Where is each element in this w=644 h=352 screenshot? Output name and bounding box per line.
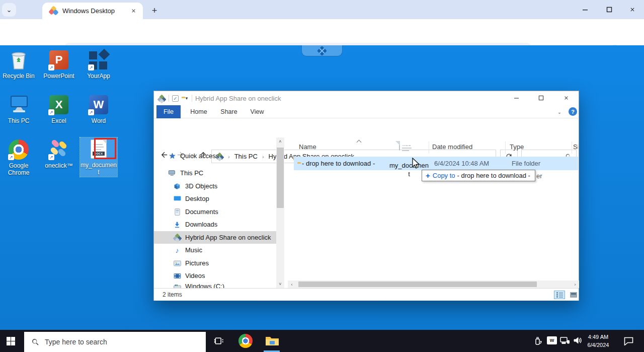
shortcut-arrow-icon: ↗ [48, 64, 54, 71]
qat-dropdown-icon[interactable]: ▼ [185, 96, 189, 101]
scroll-up-icon[interactable]: ˄ [276, 137, 284, 146]
file-date: 6/4/2024 10:48 AM [434, 160, 489, 167]
shortcut-arrow-icon: ↗ [48, 109, 54, 115]
browser-minimize-button[interactable] [574, 0, 597, 19]
scroll-down-icon[interactable]: ˅ [276, 280, 284, 288]
desktop-icon-label: Excel [51, 117, 66, 124]
properties-icon[interactable]: ✓ [172, 95, 179, 102]
help-button[interactable]: ? [569, 107, 577, 116]
desktop-icon-excel[interactable]: X ↗ Excel [40, 93, 77, 124]
browser-maximize-button[interactable] [598, 0, 621, 19]
tab-title: Windows Desktop [62, 7, 129, 15]
desktop-icon-word[interactable]: W ↗ Word [80, 93, 117, 124]
annotation-highlight-box [94, 138, 116, 159]
recycle-bin-icon [7, 48, 30, 72]
sidebar-item-hybrid-share[interactable]: Hybrid App Share on oneclick [154, 231, 276, 244]
sidebar-item-videos[interactable]: Videos [154, 269, 276, 282]
column-header-name[interactable]: Name [299, 143, 316, 151]
scroll-right-icon[interactable]: › [571, 280, 579, 288]
ribbon-collapse-icon[interactable]: ⌄ [553, 105, 566, 118]
tab-view[interactable]: View [247, 105, 268, 118]
remote-desktop: Recycle Bin P ↗ PowerPoint ↗ YourApp Thi… [0, 45, 644, 330]
app-logo-icon [158, 95, 166, 102]
tab-close-icon[interactable] [129, 7, 138, 15]
tab-home[interactable]: Home [187, 105, 210, 118]
horizontal-scrollbar[interactable]: ‹ › [288, 280, 579, 288]
speaker-icon[interactable] [574, 336, 583, 344]
cube-icon [173, 182, 181, 190]
desktop-icon-oneclick[interactable]: ↗ oneclick™ [40, 138, 77, 169]
film-icon [173, 272, 181, 280]
desktop-icon-powerpoint[interactable]: P ↗ PowerPoint [40, 48, 77, 80]
share-pinwheel-icon [173, 234, 181, 242]
sidebar-item-documents[interactable]: Documents [154, 205, 276, 218]
browser-window: ⌄ Windows Desktop + oneclick.services [0, 0, 644, 352]
windows-taskbar: Type here to search w 4:49 AM 6/4/2024 [0, 330, 644, 352]
desktop-icon-recycle-bin[interactable]: Recycle Bin [0, 48, 37, 80]
excel-icon: X ↗ [47, 93, 70, 116]
explorer-minimize-button[interactable] [508, 91, 525, 104]
desktop-icon-yourapp[interactable]: ↗ YourApp [80, 48, 117, 80]
scrollbar-thumb[interactable] [298, 281, 537, 287]
start-button[interactable] [7, 337, 15, 345]
shortcut-arrow-icon: ↗ [48, 154, 54, 160]
column-header-type[interactable]: Type [510, 143, 524, 151]
desktop-monitor-icon [173, 195, 181, 203]
browser-tab[interactable]: Windows Desktop [42, 3, 143, 19]
details-view-button[interactable] [554, 291, 565, 299]
sidebar-item-this-pc[interactable]: This PC [154, 167, 276, 179]
sidebar-item-quick-access[interactable]: Quick access [154, 150, 276, 162]
oneclick-toolbar-tab[interactable] [301, 45, 343, 56]
explorer-statusbar: 2 items [154, 288, 579, 301]
new-tab-button[interactable]: + [148, 4, 161, 17]
document-icon [173, 208, 181, 216]
taskbar-chrome-icon[interactable] [238, 334, 253, 348]
mouse-cursor-icon [412, 158, 420, 172]
browser-close-button[interactable] [621, 0, 644, 19]
taskbar-clock[interactable]: 4:49 AM 6/4/2024 [584, 333, 613, 349]
sidebar-item-downloads[interactable]: Downloads [154, 218, 276, 231]
tab-share[interactable]: Share [217, 105, 240, 118]
task-view-icon[interactable] [211, 334, 226, 348]
column-header-size[interactable]: Si [573, 143, 578, 151]
oneclick-diamond-icon [317, 46, 327, 56]
desktop-icon-google-chrome[interactable]: ↗ Google Chrome [0, 138, 37, 176]
drag-ghost-docx-icon: DOCX [399, 142, 400, 151]
usb-safely-remove-icon[interactable] [534, 336, 542, 345]
desktop-icon-label: my_document [80, 162, 117, 176]
thumbnail-view-button[interactable] [568, 291, 579, 299]
scrollbar-thumb[interactable] [277, 148, 284, 208]
desktop-icon-label: oneclick™ [45, 162, 72, 169]
tab-file[interactable]: File [156, 105, 181, 118]
explorer-close-button[interactable] [557, 91, 575, 104]
clock-date: 6/4/2024 [584, 341, 613, 349]
oneclick-icon: ↗ [47, 138, 70, 161]
tab-search-button[interactable]: ⌄ [2, 3, 16, 17]
sidebar-scrollbar[interactable]: ˄ ˅ [276, 137, 284, 288]
picture-icon [173, 259, 181, 267]
oneclick-favicon-icon [49, 7, 58, 15]
explorer-maximize-button[interactable] [532, 91, 549, 104]
desktop-icon-my-document[interactable]: DOCX my_document [80, 137, 117, 177]
taskbar-search-input[interactable]: Type here to search [24, 332, 206, 352]
tray-app-icon[interactable]: w [547, 336, 557, 344]
sidebar-item-desktop[interactable]: Desktop [154, 192, 276, 205]
action-center-icon[interactable] [624, 337, 633, 345]
chrome-tabstrip: ⌄ Windows Desktop + [0, 0, 644, 19]
desktop-icon-this-pc[interactable]: This PC [0, 93, 37, 124]
scroll-left-icon[interactable]: ‹ [288, 280, 296, 288]
shortcut-arrow-icon: ↗ [88, 109, 94, 115]
network-icon[interactable] [560, 336, 570, 344]
explorer-titlebar[interactable]: ✓ ▼ Hybrid App Share on oneclick [154, 91, 579, 105]
sidebar-item-pictures[interactable]: Pictures [154, 257, 276, 269]
sidebar-item-3d-objects[interactable]: 3D Objects [154, 180, 276, 192]
desktop-icon-label: PowerPoint [43, 73, 74, 80]
sidebar-item-music[interactable]: ♪Music [154, 244, 276, 256]
this-pc-icon [7, 93, 30, 116]
column-header-date[interactable]: Date modified [432, 143, 472, 151]
file-row-drop-folder[interactable]: - drop here to download - 6/4/2024 10:48… [294, 157, 578, 170]
sidebar-item-windows-c[interactable]: Windows (C:) [154, 283, 276, 288]
docx-file-icon: DOCX [87, 137, 110, 161]
drag-ghost-label: my_documen [386, 162, 432, 169]
taskbar-explorer-icon[interactable] [265, 334, 280, 348]
